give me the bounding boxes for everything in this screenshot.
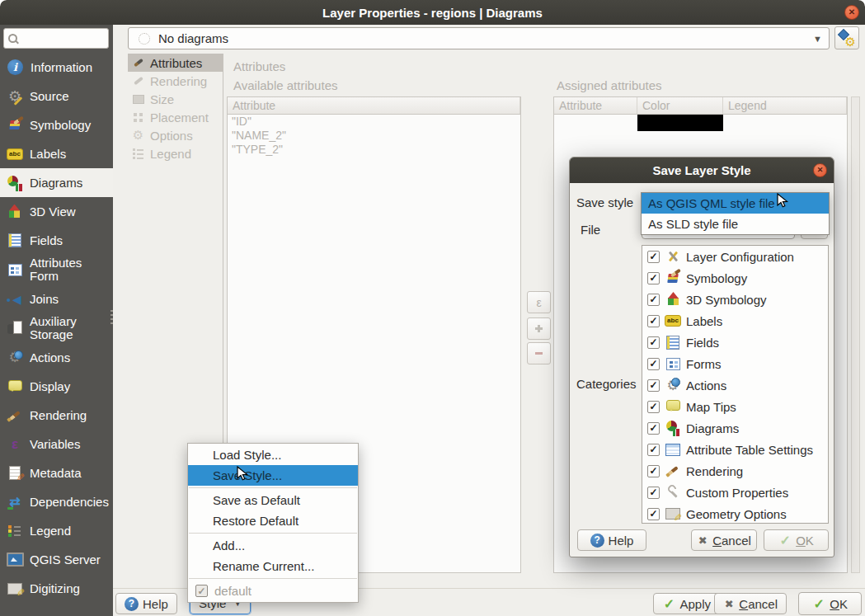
sidebar-item-labels[interactable]: Labels — [0, 139, 113, 168]
sidebar-item-joins[interactable]: Joins — [0, 284, 113, 313]
checkbox-checked[interactable] — [647, 315, 660, 327]
vertical-scrollbar[interactable] — [851, 96, 860, 573]
sidebar-item-actions[interactable]: Actions — [0, 343, 113, 372]
category-fields[interactable]: Fields — [642, 332, 828, 353]
cancel-button[interactable]: Cancel — [714, 593, 787, 614]
menu-separator — [189, 533, 357, 534]
sidebar-item-metadata[interactable]: Metadata — [0, 458, 113, 487]
category-layer-configuration[interactable]: Layer Configuration — [642, 246, 828, 267]
assigned-legend-cell[interactable] — [723, 115, 847, 131]
menu-item-add[interactable]: Add... — [188, 535, 358, 556]
tab-attributes[interactable]: Attributes — [128, 54, 223, 72]
category-geometry-options[interactable]: Geometry Options — [642, 503, 828, 524]
category-labels[interactable]: Labels — [642, 310, 828, 332]
remove-attribute-button[interactable] — [527, 342, 551, 364]
menu-item-rename-current[interactable]: Rename Current... — [188, 556, 358, 576]
epsilon-icon — [6, 436, 24, 453]
3d-cube-icon — [6, 204, 24, 220]
category-actions[interactable]: Actions — [642, 374, 828, 396]
column-header-legend[interactable]: Legend — [723, 97, 847, 114]
checkbox-checked[interactable] — [647, 251, 660, 263]
checkbox-checked[interactable] — [647, 422, 660, 435]
sidebar-search-box[interactable] — [3, 28, 109, 49]
menu-item-label: Restore Default — [213, 514, 299, 528]
tab-placement[interactable]: Placement — [128, 108, 223, 126]
option-sld-style-file[interactable]: As SLD style file — [642, 214, 829, 234]
dialog-ok-button[interactable]: OK — [764, 529, 829, 551]
checkbox-checked[interactable] — [647, 336, 660, 349]
category-forms[interactable]: Forms — [642, 353, 828, 374]
sidebar-item-symbology[interactable]: Symbology — [0, 111, 113, 139]
category-diagrams[interactable]: Diagrams — [642, 417, 828, 439]
sidebar-item-digitizing[interactable]: Digitizing — [0, 574, 113, 603]
fields-table-icon — [665, 334, 681, 350]
attribute-row-id[interactable]: "ID" — [228, 115, 520, 129]
color-swatch[interactable] — [637, 115, 723, 131]
checkbox-checked[interactable] — [647, 487, 660, 499]
add-attribute-button[interactable] — [527, 317, 551, 340]
option-qml-style-file[interactable]: As QGIS QML style file — [642, 193, 829, 214]
sidebar-item-auxiliary-storage[interactable]: Auxiliary Storage — [0, 313, 113, 343]
sidebar-item-attributes-form[interactable]: Attributes Form — [0, 255, 113, 284]
window-close-button[interactable]: ✕ — [844, 5, 859, 20]
sidebar-item-qgis-server[interactable]: QGIS Server — [0, 545, 113, 574]
column-header-attribute[interactable]: Attribute — [228, 97, 520, 114]
dialog-help-button[interactable]: Help — [577, 529, 646, 551]
category-attribute-table-settings[interactable]: Attribute Table Settings — [642, 439, 828, 460]
wrench-icon — [665, 484, 681, 501]
sidebar-item-source[interactable]: Source — [0, 82, 113, 111]
sidebar-item-label: Source — [30, 90, 69, 103]
checkbox-checked[interactable] — [647, 358, 660, 370]
checkbox-checked[interactable] — [647, 272, 660, 284]
category-custom-properties[interactable]: Custom Properties — [642, 482, 828, 503]
expression-button[interactable]: ε — [527, 291, 551, 313]
paintbrush-icon — [665, 463, 681, 479]
cross-icon — [723, 595, 735, 612]
apply-button[interactable]: Apply — [653, 593, 720, 614]
sidebar-item-display[interactable]: Display — [0, 372, 113, 401]
column-header-color[interactable]: Color — [637, 97, 723, 114]
menu-item-restore-default[interactable]: Restore Default — [188, 510, 358, 531]
gear-play-icon — [6, 350, 24, 366]
category-rendering[interactable]: Rendering — [642, 460, 828, 482]
sidebar-item-variables[interactable]: Variables — [0, 430, 113, 458]
checkbox-checked[interactable] — [647, 379, 660, 392]
attribute-row-name2[interactable]: "NAME_2" — [228, 129, 520, 143]
sidebar-item-dependencies[interactable]: Dependencies — [0, 487, 113, 516]
sidebar-item-3d-view[interactable]: 3D View — [0, 197, 113, 226]
checkbox-checked[interactable] — [647, 444, 660, 456]
category-symbology[interactable]: Symbology — [642, 267, 828, 289]
assigned-attribute-cell[interactable] — [554, 115, 637, 131]
diagram-type-combobox[interactable]: No diagrams ▼ — [128, 27, 830, 49]
category-3d-symbology[interactable]: 3D Symbology — [642, 289, 828, 310]
sidebar-item-information[interactable]: Information — [0, 53, 113, 82]
search-input[interactable] — [21, 31, 103, 47]
ok-button[interactable]: OK — [798, 592, 862, 615]
sidebar-item-diagrams[interactable]: Diagrams — [0, 168, 113, 197]
attribute-row-type2[interactable]: "TYPE_2" — [228, 143, 520, 157]
tab-options[interactable]: Options — [128, 126, 223, 144]
menu-item-save-as-default[interactable]: Save as Default — [188, 490, 358, 510]
checkbox-checked[interactable] — [647, 401, 660, 413]
search-icon — [6, 31, 21, 46]
data-defined-override-button[interactable] — [834, 26, 859, 49]
menu-item-load-style[interactable]: Load Style... — [188, 444, 358, 465]
menu-item-save-style[interactable]: Save Style... — [188, 465, 358, 486]
dialog-cancel-button[interactable]: Cancel — [691, 529, 757, 551]
checkbox-checked[interactable] — [647, 465, 660, 477]
checkbox-checked[interactable] — [647, 508, 660, 520]
sidebar-item-fields[interactable]: Fields — [0, 226, 113, 255]
sidebar-item-rendering[interactable]: Rendering — [0, 401, 113, 430]
menu-item-default-style[interactable]: default — [188, 581, 358, 601]
tab-rendering[interactable]: Rendering — [128, 72, 223, 90]
sidebar-item-legend[interactable]: Legend — [0, 516, 113, 545]
tab-legend[interactable]: Legend — [128, 144, 223, 162]
tab-size[interactable]: Size — [128, 90, 223, 108]
dialog-close-button[interactable]: ✕ — [813, 163, 827, 177]
category-map-tips[interactable]: Map Tips — [642, 396, 828, 417]
category-label: Fields — [686, 336, 719, 350]
help-button[interactable]: Help — [115, 593, 177, 614]
help-button-label: Help — [143, 597, 168, 611]
checkbox-checked[interactable] — [647, 294, 660, 306]
column-header-attribute[interactable]: Attribute — [554, 97, 637, 114]
